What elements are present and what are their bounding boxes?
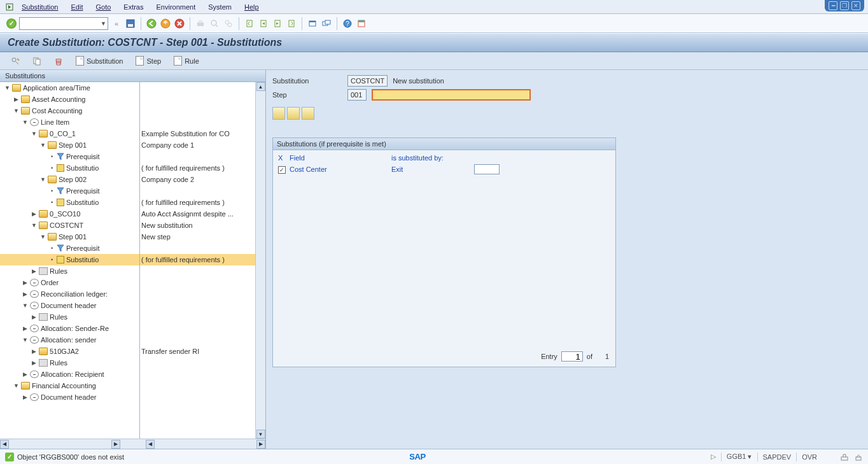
tree-row[interactable]: •Prerequisit [0,151,139,162]
table-header: X Field is substituted by: [278,154,610,162]
tree-desc-row [140,243,255,254]
cancel-button[interactable] [174,18,185,29]
tree-row[interactable]: ▶Allocation: Recipient [0,369,139,380]
tree-row[interactable]: ▶0_SCO10 [0,208,139,220]
standard-toolbar: ✓ ▼ « ? [0,14,868,33]
help-icon[interactable]: ? [342,18,353,29]
delete-button[interactable] [50,55,67,67]
tree-row[interactable]: ▶Rules [0,357,139,369]
tree-row[interactable]: ▼Step 002 [0,174,139,185]
tree-row[interactable]: ▼Allocation: sender [0,334,139,346]
status-system[interactable]: GGB1 ▾ [727,453,752,461]
row-checkbox[interactable]: ✓ [278,166,286,174]
tree-row[interactable]: ▶Asset Accounting [0,94,139,105]
substitutions-panel: Substitutions (if prerequisite is met) X… [272,137,616,367]
tree-desc-row: Example Substitution for CO [140,128,255,139]
minimize-button[interactable]: ━ [829,1,837,10]
enter-button[interactable]: ✓ [6,18,17,29]
tree-row[interactable]: •Prerequisit [0,185,139,197]
svg-rect-2 [128,24,133,27]
tree-row[interactable]: ▼Application area/Time [0,82,139,94]
scroll-up-button[interactable]: ▲ [256,82,265,91]
tree-desc-row [140,82,255,94]
find-icon[interactable] [209,18,220,29]
tree-row[interactable]: ▼Cost Accounting [0,105,139,116]
last-page-icon[interactable] [286,18,297,29]
tree-row[interactable]: ▼Step 001 [0,231,139,243]
delete-row-button[interactable] [287,107,300,120]
scroll-left-button[interactable]: ◀ [0,440,9,449]
first-page-icon[interactable] [244,18,255,29]
sort-button[interactable] [302,107,314,120]
scroll-left-button-2[interactable]: ◀ [146,440,155,449]
tree-row[interactable]: ▼0_CO_1 [0,128,139,139]
maximize-button[interactable]: ❐ [840,1,849,10]
menu-environment[interactable]: Environment [157,3,196,11]
command-field[interactable]: ▼ [19,17,108,30]
menu-extras[interactable]: Extras [123,3,143,11]
tree-desc-row: Transfer sender RI [140,346,255,357]
step-desc-input[interactable] [372,89,531,101]
tree-vscrollbar[interactable]: ▲ ▼ [255,82,265,439]
tree-row[interactable]: ▼Line Item [0,116,139,128]
copy-button[interactable] [28,55,46,67]
svg-point-11 [228,23,232,27]
find-next-icon[interactable] [223,18,234,29]
prev-page-icon[interactable] [258,18,269,29]
step-button[interactable]: Step [131,54,165,67]
new-session-icon[interactable] [307,18,318,29]
exit-button[interactable] [160,18,171,29]
menu-help[interactable]: Help [244,3,259,11]
save-icon[interactable] [125,18,136,29]
menu-substitution[interactable]: Substitution [22,3,58,11]
tree-row[interactable]: ▶Document header [0,391,139,403]
tree-row[interactable]: ▶Order [0,277,139,288]
menu-icon[interactable] [4,1,15,13]
tree-row[interactable]: ▶Rules [0,265,139,277]
detail-pane: Substitution COSTCNT New substitution St… [266,70,868,449]
menu-edit[interactable]: Edit [71,3,83,11]
tree-row[interactable]: •Prerequisit [0,243,139,254]
tree-row[interactable]: •Substitutio [0,162,139,174]
status-layout-icon[interactable] [840,453,849,461]
tree-row[interactable]: ▼Document header [0,300,139,311]
scroll-right-button[interactable]: ▶ [111,440,120,449]
tree-desc-row [140,94,255,105]
tree-row[interactable]: •Substitutio [0,254,139,265]
insert-row-button[interactable] [272,107,285,120]
tree-row[interactable]: •Substitutio [0,197,139,208]
shortcut-icon[interactable] [321,18,332,29]
layout-icon[interactable] [356,18,367,29]
next-page-icon[interactable] [272,18,283,29]
entry-counter: Entry of 1 [541,351,609,362]
menu-goto[interactable]: Goto [95,3,111,11]
tree-row[interactable]: ▶Reconciliation ledger: [0,288,139,300]
tree-row[interactable]: ▶510GJA2 [0,346,139,357]
edit-button[interactable] [6,55,24,67]
tree-row[interactable]: ▼Financial Accounting [0,380,139,391]
back-button[interactable] [146,18,157,29]
tree-row[interactable]: ▶Allocation: Sender-Re [0,323,139,334]
nav-icon[interactable]: ▷ [711,453,716,461]
substitution-button[interactable]: Substitution [71,54,127,67]
status-lock-icon[interactable] [854,453,863,461]
tree-hscrollbar[interactable]: ◀ ▶ ◀ ▶ [0,439,265,449]
tree-row[interactable]: ▼COSTCNT [0,220,139,231]
exit-value-input[interactable] [474,164,500,174]
svg-rect-31 [856,457,861,460]
tree-row[interactable]: ▶Rules [0,311,139,323]
menu-system[interactable]: System [208,3,232,11]
scroll-right-button-2[interactable]: ▶ [256,440,265,449]
svg-point-3 [147,19,156,28]
rule-button[interactable]: Rule [169,54,204,67]
tree[interactable]: ▼Application area/Time▶Asset Accounting▼… [0,82,140,439]
back-icon[interactable]: « [111,18,122,29]
tree-descriptions: Example Substitution for COCompany code … [140,82,255,439]
scroll-down-button[interactable]: ▼ [256,430,265,439]
close-button[interactable]: ✕ [851,1,860,10]
tree-desc-row: Company code 1 [140,139,255,151]
entry-input[interactable] [561,351,583,362]
tree-desc-row: Company code 2 [140,174,255,185]
print-icon[interactable] [195,18,206,29]
tree-row[interactable]: ▼Step 001 [0,139,139,151]
